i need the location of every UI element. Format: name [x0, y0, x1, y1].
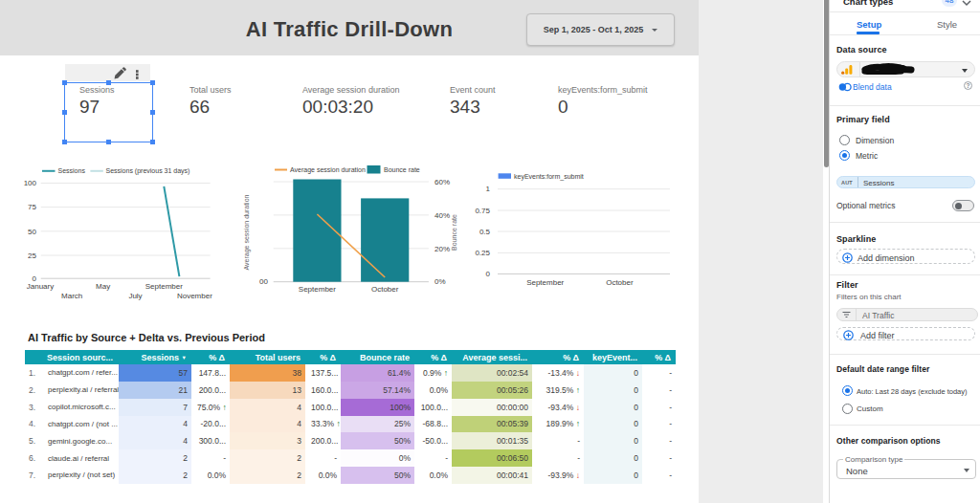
- svg-text:25: 25: [28, 252, 36, 260]
- svg-text:40%: 40%: [434, 211, 450, 220]
- svg-text:0.25: 0.25: [475, 249, 490, 257]
- svg-text:October: October: [371, 285, 399, 294]
- svg-text:50: 50: [28, 228, 36, 236]
- svg-text:Bounce rate: Bounce rate: [384, 166, 420, 173]
- svg-text:Average session duration: Average session duration: [290, 166, 366, 174]
- svg-text:October: October: [606, 278, 634, 287]
- svg-text:75: 75: [28, 203, 36, 211]
- svg-text:0.75: 0.75: [475, 207, 490, 215]
- svg-text:November: November: [177, 292, 212, 300]
- svg-text:Sessions (previous 31 days): Sessions (previous 31 days): [106, 167, 190, 175]
- svg-text:60%: 60%: [434, 178, 450, 186]
- svg-text:00: 00: [259, 277, 268, 286]
- svg-text:0%: 0%: [434, 277, 446, 286]
- svg-text:January: January: [27, 282, 54, 291]
- svg-text:20%: 20%: [434, 245, 450, 253]
- svg-text:0: 0: [486, 270, 491, 278]
- svg-text:100: 100: [24, 179, 37, 187]
- svg-text:July: July: [128, 292, 142, 300]
- svg-text:September: September: [299, 285, 336, 294]
- svg-text:Sessions: Sessions: [58, 167, 86, 174]
- svg-text:September: September: [145, 282, 183, 291]
- svg-text:September: September: [526, 278, 564, 287]
- svg-text:0.5: 0.5: [479, 228, 491, 236]
- svg-text:March: March: [61, 292, 82, 300]
- svg-text:Average session duration: Average session duration: [243, 194, 251, 270]
- svg-text:May: May: [96, 282, 110, 291]
- svg-text:Bounce rate: Bounce rate: [451, 214, 457, 251]
- svg-text:1: 1: [486, 185, 491, 193]
- svg-text:keyEvents:form_submit: keyEvents:form_submit: [514, 173, 584, 181]
